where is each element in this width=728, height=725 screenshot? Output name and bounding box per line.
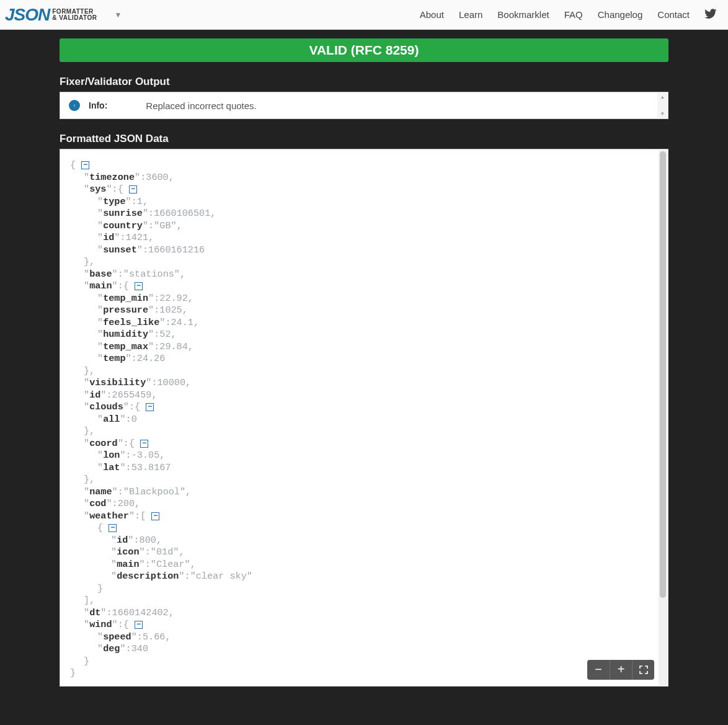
collapse-icon[interactable]: − [109,524,117,532]
content-area: VALID (RFC 8259) Fixer/Validator Output … [60,30,668,687]
json-output-panel[interactable]: { − "timezone":3600, "sys":{ − "type":1,… [60,149,668,687]
collapse-icon[interactable]: − [135,282,143,290]
info-label: Info: [89,100,107,110]
top-header: JSON FORMATTER & VALIDATOR ▼ About Learn… [0,0,728,30]
logo-dropdown-icon[interactable]: ▼ [114,11,122,19]
nav-about[interactable]: About [420,9,444,20]
info-icon [69,100,80,111]
collapse-icon[interactable]: − [81,161,89,169]
info-box: Info: Replaced incorrect quotes. ▴▾ [60,92,668,119]
site-logo[interactable]: JSON FORMATTER & VALIDATOR [5,5,97,25]
logo-line1: FORMATTER [52,9,97,15]
zoom-in-button[interactable]: + [610,660,632,680]
minus-icon: − [595,662,602,677]
info-message: Replaced incorrect quotes. [146,100,256,111]
nav-contact[interactable]: Contact [657,9,690,20]
nav-changelog[interactable]: Changelog [598,9,643,20]
zoom-toolbar: − + [587,660,654,680]
nav-bookmarklet[interactable]: Bookmarklet [497,9,549,20]
plus-icon: + [618,662,625,677]
validation-banner-text: VALID (RFC 8259) [309,43,419,57]
fullscreen-icon [639,665,649,675]
collapse-icon[interactable]: − [146,403,154,411]
collapse-icon[interactable]: − [140,440,148,448]
nav-learn[interactable]: Learn [459,9,482,20]
collapse-icon[interactable]: − [135,621,143,629]
output-section-title: Fixer/Validator Output [60,76,668,88]
json-scrollbar[interactable] [659,150,667,685]
fullscreen-button[interactable] [632,660,654,680]
nav-faq[interactable]: FAQ [564,9,583,20]
twitter-icon[interactable] [704,7,717,22]
logo-wrap: JSON FORMATTER & VALIDATOR ▼ [5,5,122,25]
validation-banner: VALID (RFC 8259) [60,38,668,62]
json-section-title: Formatted JSON Data [60,133,668,145]
collapse-icon[interactable]: − [129,185,137,193]
main-nav: About Learn Bookmarklet FAQ Changelog Co… [420,7,717,22]
zoom-out-button[interactable]: − [587,660,610,680]
info-scrollbar[interactable]: ▴▾ [657,93,667,118]
logo-sub: FORMATTER & VALIDATOR [52,9,97,21]
logo-main: JSON [5,5,50,25]
logo-line2: & VALIDATOR [52,15,97,21]
collapse-icon[interactable]: − [151,512,159,520]
